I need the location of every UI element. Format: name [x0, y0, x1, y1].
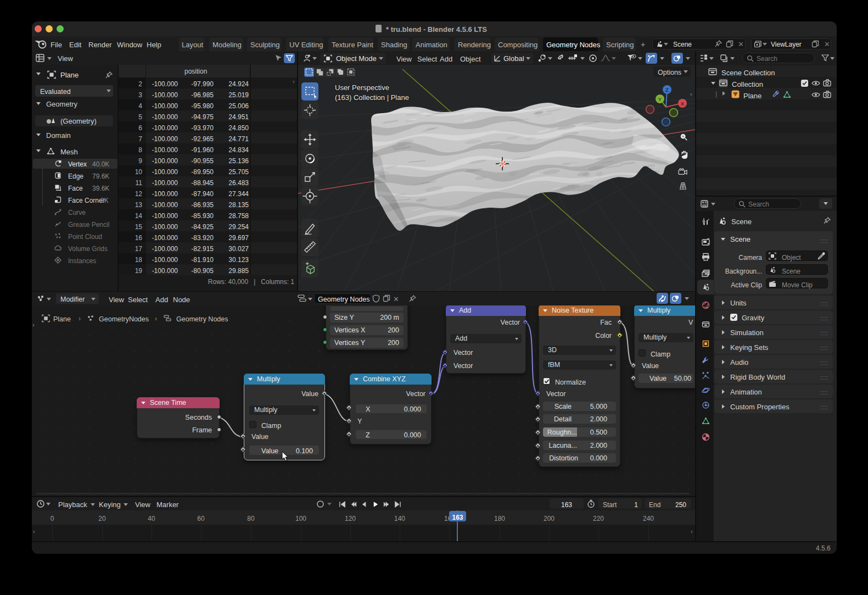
- svg-text:+: +: [682, 134, 685, 139]
- svg-text:X: X: [681, 101, 685, 107]
- svg-text:Y: Y: [658, 96, 662, 102]
- svg-text:Z: Z: [665, 87, 669, 93]
